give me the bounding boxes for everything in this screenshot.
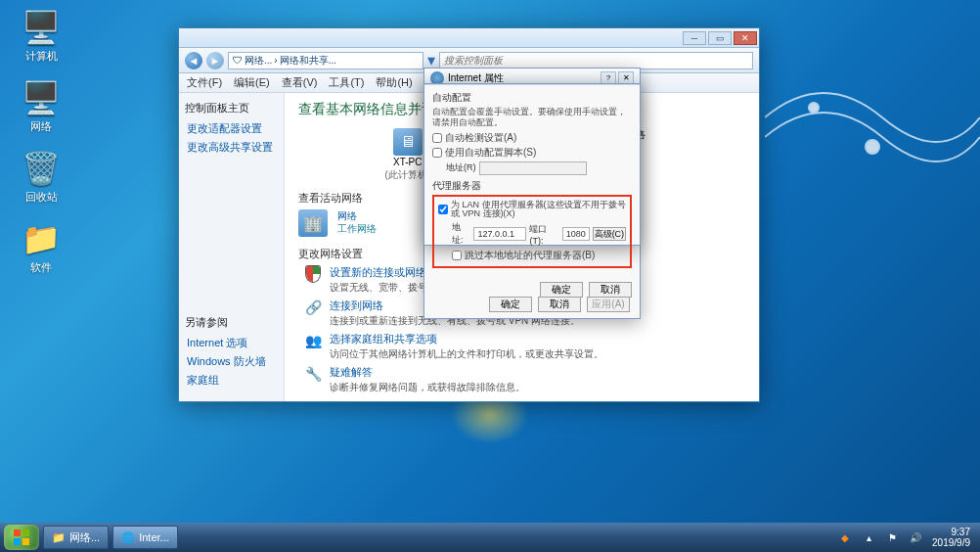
breadcrumb-b: 网络和共享... (280, 54, 336, 68)
desktop-icon-computer[interactable]: 🖥️ 计算机 (12, 8, 70, 64)
start-button[interactable] (4, 525, 39, 550)
svg-rect-3 (22, 529, 29, 536)
menu-edit[interactable]: 编辑(E) (234, 75, 270, 90)
dialog-buttons: 确定 取消 (424, 278, 640, 303)
proxy-highlight-frame: 为 LAN 使用代理服务器(这些设置不用于拨号或 VPN 连接)(X) 地址: … (432, 195, 632, 269)
lan-settings-dialog: 局域网(LAN)设置 常规 安全 隐私 ✕ 自动配置 自动配置会覆盖手动设置。要… (423, 83, 641, 246)
pc-icon: 🖥 (393, 128, 423, 156)
time: 9:37 (932, 527, 970, 537)
tray-app-icon[interactable]: ◆ (838, 530, 852, 544)
troubleshoot-icon: 🔧 (304, 365, 322, 383)
folder-icon: 📁 (22, 219, 61, 258)
active-type[interactable]: 工作网络 (337, 222, 377, 235)
active-name[interactable]: 网络 (337, 209, 377, 222)
use-proxy-checkbox[interactable]: 为 LAN 使用代理服务器(这些设置不用于拨号或 VPN 连接)(X) (438, 201, 626, 220)
close-button[interactable]: ✕ (734, 31, 757, 45)
taskbar-item-explorer[interactable]: 📁 网络... (43, 526, 109, 549)
ok-button[interactable]: 确定 (540, 282, 583, 298)
autoscript-address-input (479, 161, 587, 175)
maximize-button[interactable]: ▭ (708, 31, 732, 45)
clock[interactable]: 9:37 2019/9/9 (932, 527, 970, 548)
desktop-label: 回收站 (12, 190, 70, 205)
sidebar-link-firewall[interactable]: Windows 防火墙 (187, 354, 278, 369)
breadcrumb[interactable]: 🛡 网络... › 网络和共享... (228, 52, 423, 69)
menu-view[interactable]: 查看(V) (282, 75, 318, 90)
autoscript-checkbox[interactable]: 使用自动配置脚本(S) (432, 146, 632, 160)
search-input[interactable] (439, 52, 753, 69)
tray-chevron-icon[interactable]: ▴ (862, 530, 875, 544)
tray-flag-icon[interactable]: ⚑ (885, 530, 899, 544)
sidebar-link-sharing[interactable]: 更改高级共享设置 (187, 140, 278, 155)
desktop-label: 软件 (12, 260, 70, 275)
menu-file[interactable]: 文件(F) (187, 75, 222, 90)
sidebar-link-adapter[interactable]: 更改适配器设置 (187, 121, 278, 136)
svg-rect-5 (22, 538, 29, 545)
sidebar-link-internet-options[interactable]: Internet 选项 (187, 336, 278, 350)
titlebar: ─ ▭ ✕ (179, 28, 759, 48)
shield-icon (304, 265, 322, 283)
item-title[interactable]: 疑难解答 (330, 365, 525, 380)
auto-config-group: 自动配置 自动配置会覆盖手动设置。要确保使用手动设置，请禁用自动配置。 自动检测… (432, 91, 632, 175)
taskbar-label: 网络... (69, 530, 100, 545)
sidebar-head: 控制面板主页 (185, 101, 278, 115)
shield-small-icon: 🛡 (233, 55, 243, 66)
menu-tools[interactable]: 工具(T) (329, 75, 364, 90)
back-button[interactable]: ◄ (185, 52, 202, 69)
taskbar-label: Inter... (139, 531, 169, 543)
computer-icon: 🖥️ (22, 8, 61, 47)
addr-label: 地址: (452, 221, 470, 247)
windows-logo-icon (13, 529, 30, 546)
sidebar: 控制面板主页 更改适配器设置 更改高级共享设置 另请参阅 Internet 选项… (179, 93, 285, 401)
proxy-head: 代理服务器 (432, 179, 632, 193)
item-homegroup: 👥 选择家庭组和共享选项 访问位于其他网络计算机上的文件和打印机，或更改共享设置… (304, 332, 745, 361)
taskbar-item-internet-properties[interactable]: 🌐 Inter... (112, 526, 178, 549)
item-title[interactable]: 选择家庭组和共享选项 (330, 332, 603, 346)
desktop-icon-network[interactable]: 🖥️ 网络 (12, 78, 70, 134)
network-glyph-icon: 🏢 (298, 209, 328, 237)
item-desc: 诊断并修复网络问题，或获得故障排除信息。 (330, 381, 525, 394)
bypass-local-checkbox[interactable]: 跳过本地地址的代理服务器(B) (452, 249, 626, 262)
proxy-group: 代理服务器 为 LAN 使用代理服务器(这些设置不用于拨号或 VPN 连接)(X… (432, 179, 632, 269)
minimize-button[interactable]: ─ (683, 31, 706, 45)
tray-sound-icon[interactable]: 🔊 (909, 530, 922, 544)
system-tray: ◆ ▴ ⚑ 🔊 9:37 2019/9/9 (838, 527, 976, 548)
homegroup-icon: 👥 (304, 332, 322, 349)
desktop-icon-recycle[interactable]: 🗑️ 回收站 (12, 149, 70, 205)
auto-addr-label: 地址(R) (446, 161, 476, 174)
network-icon: 🖥️ (22, 78, 61, 117)
auto-head: 自动配置 (432, 91, 632, 105)
proxy-address-input[interactable] (473, 227, 526, 241)
dialog-content: 自动配置 自动配置会覆盖手动设置。要确保使用手动设置，请禁用自动配置。 自动检测… (424, 85, 640, 278)
proxy-port-input[interactable] (562, 227, 590, 241)
internet-icon: 🌐 (121, 531, 135, 544)
svg-rect-2 (14, 529, 21, 536)
breadcrumb-a: 网络... (245, 54, 272, 68)
desktop-label: 计算机 (12, 49, 70, 64)
desktop-icon-software[interactable]: 📁 软件 (12, 219, 70, 275)
item-troubleshoot: 🔧 疑难解答 诊断并修复网络问题，或获得故障排除信息。 (304, 365, 745, 394)
item-desc: 访问位于其他网络计算机上的文件和打印机，或更改共享设置。 (330, 347, 603, 361)
folder-icon: 📁 (52, 531, 66, 544)
sidebar-seealso-head: 另请参阅 (185, 315, 278, 330)
auto-desc: 自动配置会覆盖手动设置。要确保使用手动设置，请禁用自动配置。 (432, 107, 632, 128)
port-label: 端口(T): (529, 223, 558, 246)
taskbar: 📁 网络... 🌐 Inter... ◆ ▴ ⚑ 🔊 9:37 2019/9/9 (0, 523, 980, 552)
cancel-button[interactable]: 取消 (589, 282, 632, 298)
connect-icon: 🔗 (304, 299, 322, 316)
sidebar-link-homegroup[interactable]: 家庭组 (187, 373, 278, 388)
autodetect-checkbox[interactable]: 自动检测设置(A) (432, 131, 632, 145)
forward-button[interactable]: ► (206, 52, 224, 69)
date: 2019/9/9 (932, 537, 970, 548)
desktop-label: 网络 (12, 119, 70, 134)
recycle-icon: 🗑️ (22, 149, 61, 188)
advanced-button[interactable]: 高级(C) (593, 227, 626, 241)
svg-rect-4 (14, 538, 21, 545)
menu-help[interactable]: 帮助(H) (376, 75, 412, 90)
